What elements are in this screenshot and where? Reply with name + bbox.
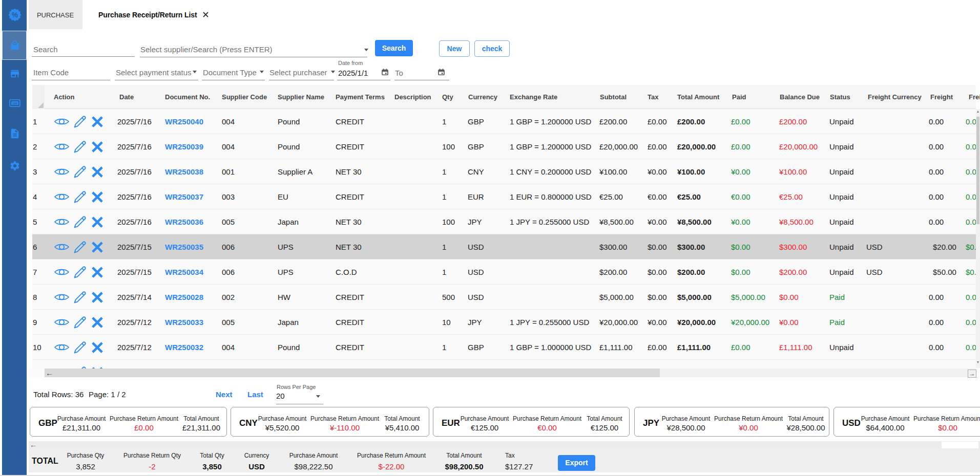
svg-text:100: 100	[12, 102, 18, 105]
